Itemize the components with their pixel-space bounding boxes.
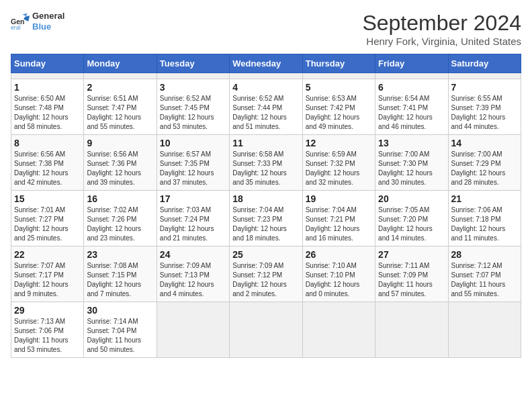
week-row-0: [11, 73, 521, 79]
day-number: 5: [306, 82, 372, 93]
dow-header-saturday: Saturday: [448, 54, 521, 73]
day-number: 29: [14, 305, 81, 316]
day-number: 2: [87, 82, 153, 93]
calendar-cell: 26Sunrise: 7:10 AM Sunset: 7:10 PM Dayli…: [302, 246, 375, 302]
day-info: Sunrise: 6:55 AM Sunset: 7:39 PM Dayligh…: [451, 94, 518, 132]
title-area: September 2024 Henry Fork, Virginia, Uni…: [362, 11, 521, 47]
calendar-cell: 18Sunrise: 7:04 AM Sunset: 7:23 PM Dayli…: [230, 191, 302, 246]
calendar-cell: 22Sunrise: 7:07 AM Sunset: 7:17 PM Dayli…: [11, 246, 84, 302]
day-number: 18: [232, 193, 299, 204]
calendar-cell: 28Sunrise: 7:12 AM Sunset: 7:07 PM Dayli…: [448, 246, 521, 302]
day-info: Sunrise: 7:04 AM Sunset: 7:23 PM Dayligh…: [232, 205, 299, 243]
day-number: 22: [14, 249, 81, 260]
calendar-cell: [302, 73, 375, 79]
calendar-cell: [448, 302, 521, 358]
day-number: 23: [87, 249, 153, 260]
calendar-cell: 8Sunrise: 6:56 AM Sunset: 7:38 PM Daylig…: [11, 135, 84, 191]
calendar-cell: 5Sunrise: 6:53 AM Sunset: 7:42 PM Daylig…: [302, 79, 375, 135]
day-number: 13: [378, 138, 445, 148]
day-info: Sunrise: 6:52 AM Sunset: 7:44 PM Dayligh…: [232, 94, 299, 132]
location-title: Henry Fork, Virginia, United States: [362, 36, 521, 47]
calendar-cell: [302, 302, 375, 358]
day-info: Sunrise: 7:00 AM Sunset: 7:30 PM Dayligh…: [378, 150, 445, 187]
calendar-cell: 15Sunrise: 7:01 AM Sunset: 7:27 PM Dayli…: [11, 191, 84, 246]
week-row-4: 22Sunrise: 7:07 AM Sunset: 7:17 PM Dayli…: [11, 246, 521, 302]
day-number: 1: [14, 82, 81, 93]
day-info: Sunrise: 6:58 AM Sunset: 7:33 PM Dayligh…: [232, 150, 299, 187]
week-row-3: 15Sunrise: 7:01 AM Sunset: 7:27 PM Dayli…: [11, 191, 521, 246]
day-number: 14: [451, 138, 518, 148]
calendar-cell: 12Sunrise: 6:59 AM Sunset: 7:32 PM Dayli…: [302, 135, 375, 191]
week-row-1: 1Sunrise: 6:50 AM Sunset: 7:48 PM Daylig…: [11, 79, 521, 135]
calendar-cell: 23Sunrise: 7:08 AM Sunset: 7:15 PM Dayli…: [84, 246, 157, 302]
calendar-cell: 19Sunrise: 7:04 AM Sunset: 7:21 PM Dayli…: [302, 191, 375, 246]
day-number: 25: [232, 249, 299, 260]
calendar-cell: 16Sunrise: 7:02 AM Sunset: 7:26 PM Dayli…: [84, 191, 157, 246]
day-info: Sunrise: 7:07 AM Sunset: 7:17 PM Dayligh…: [14, 261, 81, 299]
day-number: 15: [14, 193, 81, 204]
day-number: 7: [451, 82, 518, 93]
calendar-cell: 17Sunrise: 7:03 AM Sunset: 7:24 PM Dayli…: [157, 191, 229, 246]
day-number: 28: [451, 249, 518, 260]
calendar-cell: 13Sunrise: 7:00 AM Sunset: 7:30 PM Dayli…: [375, 135, 448, 191]
day-number: 16: [87, 193, 153, 204]
dow-header-friday: Friday: [375, 54, 448, 73]
svg-marker-3: [24, 15, 30, 21]
day-number: 27: [378, 249, 445, 260]
logo: Gen eral General Blue: [11, 11, 64, 32]
day-number: 12: [306, 138, 372, 148]
dow-header-monday: Monday: [84, 54, 157, 73]
day-info: Sunrise: 7:13 AM Sunset: 7:06 PM Dayligh…: [14, 317, 81, 355]
day-number: 30: [87, 305, 153, 316]
day-number: 19: [306, 193, 372, 204]
calendar-cell: 6Sunrise: 6:54 AM Sunset: 7:41 PM Daylig…: [375, 79, 448, 135]
header: Gen eral General Blue September 2024 Hen…: [11, 11, 521, 47]
day-info: Sunrise: 6:59 AM Sunset: 7:32 PM Dayligh…: [306, 150, 372, 187]
dow-header-wednesday: Wednesday: [230, 54, 302, 73]
day-info: Sunrise: 7:09 AM Sunset: 7:13 PM Dayligh…: [160, 261, 226, 299]
calendar-cell: 25Sunrise: 7:09 AM Sunset: 7:12 PM Dayli…: [230, 246, 302, 302]
day-info: Sunrise: 7:08 AM Sunset: 7:15 PM Dayligh…: [87, 261, 153, 299]
day-number: 11: [232, 138, 299, 148]
svg-text:eral: eral: [11, 24, 21, 31]
day-info: Sunrise: 7:09 AM Sunset: 7:12 PM Dayligh…: [232, 261, 299, 299]
calendar-cell: [157, 302, 229, 358]
calendar-cell: 20Sunrise: 7:05 AM Sunset: 7:20 PM Dayli…: [375, 191, 448, 246]
day-info: Sunrise: 7:01 AM Sunset: 7:27 PM Dayligh…: [14, 205, 81, 243]
week-row-5: 29Sunrise: 7:13 AM Sunset: 7:06 PM Dayli…: [11, 302, 521, 358]
calendar-cell: 27Sunrise: 7:11 AM Sunset: 7:09 PM Dayli…: [375, 246, 448, 302]
calendar-cell: 24Sunrise: 7:09 AM Sunset: 7:13 PM Dayli…: [157, 246, 229, 302]
calendar-cell: [230, 302, 302, 358]
day-info: Sunrise: 6:51 AM Sunset: 7:47 PM Dayligh…: [87, 94, 153, 132]
day-info: Sunrise: 7:10 AM Sunset: 7:10 PM Dayligh…: [306, 261, 372, 299]
calendar-cell: [375, 73, 448, 79]
calendar-cell: 2Sunrise: 6:51 AM Sunset: 7:47 PM Daylig…: [84, 79, 157, 135]
day-number: 24: [160, 249, 226, 260]
calendar-cell: 10Sunrise: 6:57 AM Sunset: 7:35 PM Dayli…: [157, 135, 229, 191]
day-info: Sunrise: 6:50 AM Sunset: 7:48 PM Dayligh…: [14, 94, 81, 132]
day-info: Sunrise: 6:53 AM Sunset: 7:42 PM Dayligh…: [306, 94, 372, 132]
dow-header-thursday: Thursday: [302, 54, 375, 73]
day-info: Sunrise: 7:02 AM Sunset: 7:26 PM Dayligh…: [87, 205, 153, 243]
day-info: Sunrise: 7:00 AM Sunset: 7:29 PM Dayligh…: [451, 150, 518, 187]
calendar-cell: 11Sunrise: 6:58 AM Sunset: 7:33 PM Dayli…: [230, 135, 302, 191]
calendar-table: SundayMondayTuesdayWednesdayThursdayFrid…: [11, 54, 521, 358]
day-info: Sunrise: 7:11 AM Sunset: 7:09 PM Dayligh…: [378, 261, 445, 299]
day-number: 6: [378, 82, 445, 93]
calendar-cell: [448, 73, 521, 79]
week-row-2: 8Sunrise: 6:56 AM Sunset: 7:38 PM Daylig…: [11, 135, 521, 191]
calendar-cell: 30Sunrise: 7:14 AM Sunset: 7:04 PM Dayli…: [84, 302, 157, 358]
calendar-cell: [11, 73, 84, 79]
calendar-cell: 29Sunrise: 7:13 AM Sunset: 7:06 PM Dayli…: [11, 302, 84, 358]
day-info: Sunrise: 7:03 AM Sunset: 7:24 PM Dayligh…: [160, 205, 226, 243]
day-number: 10: [160, 138, 226, 148]
day-info: Sunrise: 6:56 AM Sunset: 7:38 PM Dayligh…: [14, 150, 81, 187]
day-number: 21: [451, 193, 518, 204]
logo-icon: Gen eral: [11, 12, 30, 31]
day-number: 4: [232, 82, 299, 93]
calendar-cell: 14Sunrise: 7:00 AM Sunset: 7:29 PM Dayli…: [448, 135, 521, 191]
calendar-cell: 21Sunrise: 7:06 AM Sunset: 7:18 PM Dayli…: [448, 191, 521, 246]
calendar-cell: 1Sunrise: 6:50 AM Sunset: 7:48 PM Daylig…: [11, 79, 84, 135]
calendar-cell: 4Sunrise: 6:52 AM Sunset: 7:44 PM Daylig…: [230, 79, 302, 135]
month-title: September 2024: [362, 11, 521, 36]
